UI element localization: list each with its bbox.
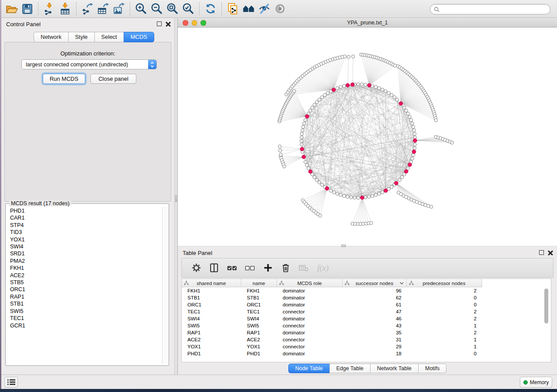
export-image-button[interactable]: [111, 1, 127, 16]
horizontal-splitter-grip[interactable]: [341, 244, 346, 247]
mcds-list-scrollbar[interactable]: [162, 207, 167, 364]
network-node[interactable]: [300, 143, 303, 146]
network-node[interactable]: [278, 145, 281, 148]
hide-selected-button[interactable]: [256, 1, 272, 16]
deselect-all-button[interactable]: [245, 263, 255, 273]
mcds-hub-node[interactable]: [351, 83, 355, 86]
task-history-button[interactable]: [4, 377, 18, 388]
table-row[interactable]: YOX1YOX1connector291: [182, 343, 551, 350]
column-header-successor-nodes[interactable]: successor nodes: [343, 279, 407, 287]
close-panel-icon[interactable]: [548, 250, 553, 255]
optimization-criterion-select[interactable]: largest connected component (undirected): [21, 59, 157, 69]
network-node[interactable]: [401, 175, 404, 179]
network-node[interactable]: [412, 129, 415, 132]
import-network-button[interactable]: [42, 1, 57, 16]
network-node[interactable]: [305, 164, 308, 167]
mcds-result-item[interactable]: SWI5: [6, 308, 162, 315]
vertical-splitter[interactable]: [174, 18, 178, 375]
network-node[interactable]: [371, 194, 374, 197]
run-mcds-button[interactable]: Run MCDS: [43, 74, 85, 84]
tab-style[interactable]: Style: [68, 32, 95, 42]
mcds-result-item[interactable]: STP4: [6, 222, 162, 229]
delete-table-button[interactable]: [298, 263, 309, 273]
network-node[interactable]: [377, 86, 381, 89]
table-row[interactable]: ORC1ORC1dominator610: [182, 301, 551, 308]
tab-mcds[interactable]: MCDS: [124, 32, 154, 42]
network-node[interactable]: [412, 125, 415, 128]
network-node[interactable]: [279, 153, 282, 156]
network-node[interactable]: [303, 122, 306, 125]
network-node[interactable]: [411, 157, 414, 160]
select-all-button[interactable]: [227, 263, 237, 273]
network-node[interactable]: [304, 160, 307, 163]
network-node[interactable]: [300, 132, 303, 135]
network-node[interactable]: [304, 118, 307, 121]
close-panel-icon[interactable]: [166, 21, 171, 27]
network-node[interactable]: [315, 100, 318, 103]
export-network-button[interactable]: [80, 1, 95, 16]
network-node[interactable]: [343, 84, 346, 87]
network-node[interactable]: [343, 55, 346, 58]
network-node[interactable]: [347, 55, 350, 58]
network-node[interactable]: [360, 83, 363, 86]
network-node[interactable]: [403, 106, 406, 109]
toggle-panel-mode-button[interactable]: [209, 263, 219, 273]
network-node[interactable]: [384, 89, 387, 93]
network-node[interactable]: [318, 181, 321, 184]
network-node[interactable]: [405, 109, 408, 112]
mcds-hub-node[interactable]: [367, 83, 371, 87]
mcds-result-item[interactable]: STB1: [6, 300, 162, 307]
table-scrollbar-thumb[interactable]: [544, 289, 548, 323]
zoom-fit-button[interactable]: [165, 1, 180, 16]
mcds-result-item[interactable]: PHD1: [6, 207, 162, 214]
network-node[interactable]: [311, 106, 314, 109]
table-scrollbar[interactable]: [544, 288, 549, 361]
network-node[interactable]: [390, 93, 393, 96]
network-canvas[interactable]: [178, 28, 557, 245]
network-node[interactable]: [336, 192, 339, 195]
network-node[interactable]: [356, 196, 360, 199]
zoom-selected-button[interactable]: [180, 1, 196, 16]
refresh-button[interactable]: [203, 1, 218, 16]
delete-columns-button[interactable]: [280, 263, 291, 273]
network-node[interactable]: [381, 88, 384, 91]
network-node[interactable]: [395, 98, 398, 101]
import-table-button[interactable]: [57, 1, 73, 16]
save-session-button[interactable]: [19, 1, 35, 16]
column-header-predecessor-nodes[interactable]: predecessor nodes: [407, 279, 482, 287]
network-node[interactable]: [434, 119, 437, 122]
network-node[interactable]: [309, 109, 312, 112]
mcds-result-item[interactable]: STB5: [6, 279, 162, 286]
mcds-result-item[interactable]: CAR1: [6, 214, 162, 221]
network-node[interactable]: [408, 115, 411, 118]
network-node[interactable]: [349, 196, 353, 199]
network-node[interactable]: [353, 196, 356, 199]
mcds-hub-node[interactable]: [325, 186, 329, 190]
network-node[interactable]: [293, 89, 296, 93]
network-node[interactable]: [332, 191, 336, 194]
network-node[interactable]: [339, 193, 342, 196]
minimize-window-icon[interactable]: [192, 20, 197, 26]
network-node[interactable]: [377, 192, 381, 195]
network-node[interactable]: [394, 64, 397, 67]
mcds-result-item[interactable]: PMA2: [6, 258, 162, 265]
close-panel-button[interactable]: Close panel: [90, 74, 136, 84]
table-row[interactable]: SWI5SWI5connector431: [182, 322, 551, 329]
mcds-hub-node[interactable]: [394, 181, 398, 185]
network-node[interactable]: [413, 143, 416, 146]
mcds-hub-node[interactable]: [332, 88, 336, 92]
mcds-hub-node[interactable]: [302, 155, 306, 159]
maximize-window-icon[interactable]: [201, 20, 206, 26]
network-node[interactable]: [427, 204, 430, 207]
network-node[interactable]: [300, 136, 303, 139]
function-builder-button[interactable]: f(x): [316, 263, 331, 273]
table-row[interactable]: ACE2ACE2connector311: [182, 336, 551, 343]
table-row[interactable]: FKH1FKH1dominator962: [182, 287, 551, 294]
mcds-result-item[interactable]: SRD1: [6, 250, 162, 257]
mcds-hub-node[interactable]: [399, 102, 403, 106]
network-node[interactable]: [343, 194, 346, 197]
mcds-result-item[interactable]: ORC1: [6, 286, 162, 293]
tab-edge-table[interactable]: Edge Table: [329, 364, 370, 373]
new-network-from-selection-button[interactable]: [225, 1, 241, 16]
zoom-in-button[interactable]: [133, 1, 149, 16]
